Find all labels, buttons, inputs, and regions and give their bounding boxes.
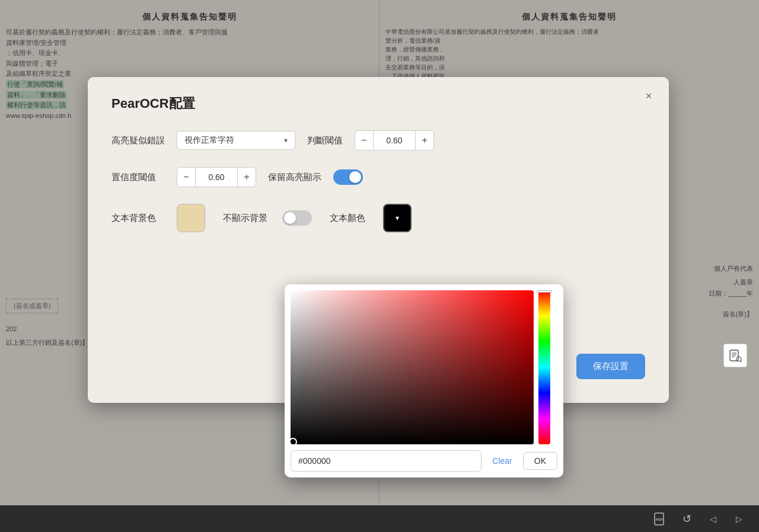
no-bg-toggle-knob xyxy=(284,212,296,224)
threshold-input[interactable] xyxy=(374,130,415,150)
highlight-error-dropdown[interactable]: 視作正常字符 ▾ xyxy=(177,131,295,150)
hue-strip[interactable] xyxy=(538,290,550,444)
pdf-button[interactable]: PDF xyxy=(652,511,669,527)
threshold-input-group: − + xyxy=(355,130,434,150)
bottom-toolbar: PDF ↺ ◁ ▷ xyxy=(0,505,759,532)
highlight-error-label: 高亮疑似錯誤 xyxy=(111,135,165,146)
bg-color-label: 文本背景色 xyxy=(111,213,165,224)
no-bg-label: 不顯示背景 xyxy=(223,213,270,224)
keep-highlight-label: 保留高亮顯示 xyxy=(268,172,321,183)
refresh-button[interactable]: ↺ xyxy=(678,511,695,527)
color-picker-area xyxy=(291,290,557,444)
confidence-label: 置信度閾值 xyxy=(111,172,165,183)
text-color-arrow-icon: ▾ xyxy=(396,214,399,222)
svg-text:PDF: PDF xyxy=(656,518,663,521)
dropdown-arrow-icon: ▾ xyxy=(284,136,288,145)
confidence-increase-button[interactable]: + xyxy=(237,167,256,187)
text-color-swatch[interactable]: ▾ xyxy=(383,204,412,232)
clear-button[interactable]: Clear xyxy=(487,456,516,466)
document-preview-icon[interactable] xyxy=(723,344,747,367)
bg-color-swatch[interactable] xyxy=(177,204,205,232)
confidence-input[interactable] xyxy=(196,167,237,187)
confidence-input-group: − + xyxy=(177,167,256,187)
color-gradient-canvas[interactable] xyxy=(291,290,534,444)
save-settings-button[interactable]: 保存設置 xyxy=(576,354,645,379)
close-button[interactable]: × xyxy=(640,88,657,104)
svg-line-5 xyxy=(741,361,742,362)
threshold-increase-button[interactable]: + xyxy=(415,130,434,150)
toggle-knob xyxy=(349,171,361,183)
confidence-decrease-button[interactable]: − xyxy=(177,167,196,187)
right-side-icons xyxy=(723,344,747,367)
confidence-threshold-row: 置信度閾值 − + 保留高亮顯示 xyxy=(111,167,645,187)
picker-cursor xyxy=(291,438,297,444)
threshold-label: 判斷閾值 xyxy=(307,135,343,146)
nav-right-button[interactable]: ▷ xyxy=(731,511,747,527)
hue-indicator xyxy=(537,290,552,293)
threshold-decrease-button[interactable]: − xyxy=(355,130,374,150)
keep-highlight-toggle[interactable] xyxy=(333,169,363,185)
color-picker-popup: Clear OK xyxy=(285,284,563,477)
text-color-label: 文本顏色 xyxy=(330,213,371,224)
no-bg-toggle[interactable] xyxy=(282,210,312,226)
gradient-dark xyxy=(291,290,534,444)
nav-left-button[interactable]: ◁ xyxy=(704,511,721,527)
hex-color-input[interactable] xyxy=(291,450,481,472)
svg-rect-0 xyxy=(730,350,738,361)
dropdown-value: 視作正常字符 xyxy=(184,135,234,146)
color-picker-bottom: Clear OK xyxy=(291,450,557,472)
svg-point-4 xyxy=(736,357,741,361)
highlight-error-row: 高亮疑似錯誤 視作正常字符 ▾ 判斷閾值 − + xyxy=(111,130,645,150)
dialog-title: PearOCR配置 xyxy=(111,95,645,113)
text-color-row: 文本背景色 不顯示背景 文本顏色 ▾ xyxy=(111,204,645,232)
ok-button[interactable]: OK xyxy=(523,452,557,470)
